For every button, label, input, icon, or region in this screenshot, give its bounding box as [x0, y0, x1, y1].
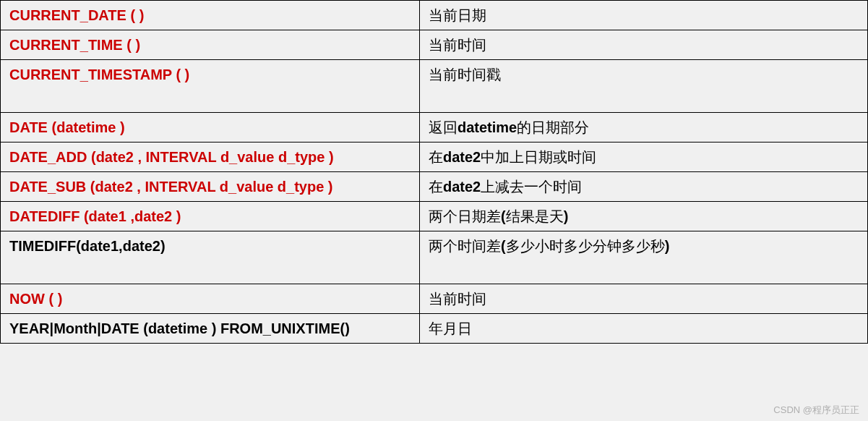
function-cell: DATEDIFF (date1 ,date2 ) [1, 202, 420, 231]
description-cell: 当前时间 [420, 30, 868, 60]
table-row: DATE (datetime )返回datetime的日期部分 [1, 113, 868, 143]
description-cell: 当前时间戳 [420, 60, 868, 113]
description-cell: 在date2上减去一个时间 [420, 172, 868, 202]
description-cell: 返回datetime的日期部分 [420, 113, 868, 143]
function-cell: CURRENT_DATE ( ) [1, 1, 420, 30]
table-row: DATE_SUB (date2 , INTERVAL d_value d_typ… [1, 172, 868, 202]
table-row: CURRENT_TIME ( )当前时间 [1, 30, 868, 60]
table-row: CURRENT_DATE ( )当前日期 [1, 1, 868, 30]
table-row: TIMEDIFF(date1,date2)两个时间差(多少小时多少分钟多少秒) [1, 231, 868, 284]
function-cell: TIMEDIFF(date1,date2) [1, 231, 420, 284]
function-cell: DATE_ADD (date2 , INTERVAL d_value d_typ… [1, 143, 420, 172]
function-cell: CURRENT_TIME ( ) [1, 30, 420, 60]
description-cell: 两个时间差(多少小时多少分钟多少秒) [420, 231, 868, 284]
description-cell: 在date2中加上日期或时间 [420, 143, 868, 172]
function-cell: DATE_SUB (date2 , INTERVAL d_value d_typ… [1, 172, 420, 202]
description-cell: 两个日期差(结果是天) [420, 202, 868, 231]
table-row: CURRENT_TIMESTAMP ( )当前时间戳 [1, 60, 868, 113]
table-row: DATEDIFF (date1 ,date2 )两个日期差(结果是天) [1, 202, 868, 231]
function-cell: CURRENT_TIMESTAMP ( ) [1, 60, 420, 113]
description-cell: 当前时间 [420, 284, 868, 314]
table-row: YEAR|Month|DATE (datetime ) FROM_UNIXTIM… [1, 314, 868, 344]
function-cell: NOW ( ) [1, 284, 420, 314]
description-cell: 年月日 [420, 314, 868, 344]
table-row: NOW ( )当前时间 [1, 284, 868, 314]
table-row: DATE_ADD (date2 , INTERVAL d_value d_typ… [1, 143, 868, 172]
function-cell: YEAR|Month|DATE (datetime ) FROM_UNIXTIM… [1, 314, 420, 344]
function-cell: DATE (datetime ) [1, 113, 420, 143]
description-cell: 当前日期 [420, 1, 868, 30]
date-functions-table: CURRENT_DATE ( )当前日期CURRENT_TIME ( )当前时间… [0, 0, 868, 344]
